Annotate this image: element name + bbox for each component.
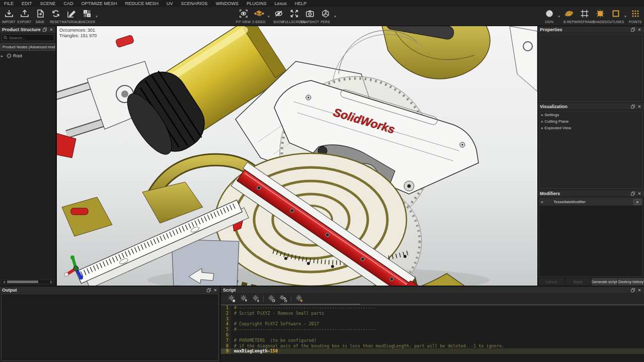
menu-plugins[interactable]: PLUGINS	[243, 0, 271, 7]
expand-arrow-icon: ▸	[541, 126, 543, 130]
two-sided-button[interactable]: 2-SIDED	[251, 7, 267, 26]
horizontal-scrollbar[interactable]	[1, 280, 54, 284]
close-icon[interactable]: ×	[49, 27, 54, 32]
save-script-button[interactable]	[226, 294, 237, 303]
perspective-button[interactable]: PR PERS	[317, 7, 333, 26]
scrollbar-thumb[interactable]	[7, 281, 38, 283]
node-cube-icon	[7, 53, 12, 58]
save-button[interactable]: SAVE	[32, 7, 48, 26]
checker-icon: 1234	[83, 9, 92, 19]
svg-text:4: 4	[88, 14, 90, 17]
materials-button[interactable]: MATERIALS	[63, 7, 79, 26]
script-editor[interactable]: 1#--------------------------------------…	[221, 305, 644, 362]
menu-windows[interactable]: WINDOWS	[212, 0, 243, 7]
sphere-icon	[545, 9, 554, 19]
tree-node-root[interactable]: ▸ Root	[0, 52, 56, 60]
drag-handle[interactable]: ⋮⋮	[222, 298, 225, 300]
popout-icon[interactable]	[630, 288, 635, 293]
viz-settings-item[interactable]: ▸ Settings	[539, 112, 642, 118]
close-icon[interactable]: ×	[637, 104, 642, 109]
render-quality-button[interactable]: 100%	[541, 7, 557, 26]
search-icon	[4, 36, 8, 40]
menu-scene[interactable]: SCENE	[36, 0, 60, 7]
viz-cutting-plane-item[interactable]: ▸ Cutting Plane	[539, 118, 642, 125]
svg-text:P: P	[324, 14, 326, 17]
output-title: Output	[2, 288, 17, 293]
generate-script-button[interactable]: Generate script	[591, 278, 618, 286]
show-hide-icon	[274, 9, 283, 19]
import-button[interactable]: IMPORT	[1, 7, 17, 26]
code-line: 2# Script PiXYZ - Remove Small parts	[221, 311, 644, 316]
scroll-left-arrow[interactable]	[2, 280, 6, 284]
new-script-button[interactable]	[293, 294, 304, 303]
popout-icon[interactable]	[206, 288, 211, 293]
checker-dropdown-caret[interactable]: ▾	[95, 7, 99, 26]
checker-button[interactable]: 1234 CHECKER	[79, 7, 95, 26]
svg-text:1: 1	[85, 11, 86, 14]
expand-arrow-icon[interactable]: ▸	[541, 200, 545, 204]
points-button[interactable]: POINTS	[627, 7, 643, 26]
shaded-button[interactable]: SHADED	[592, 7, 608, 26]
menu-cad[interactable]: CAD	[60, 0, 77, 7]
code-line: 8# if the diagonal axis of the bouding b…	[221, 343, 644, 349]
properties-title: Properties	[540, 27, 562, 32]
wireframe-button[interactable]: WIREFRAME	[577, 7, 592, 26]
properties-content	[539, 34, 643, 102]
menu-lexus[interactable]: Lexus	[271, 0, 291, 7]
close-icon[interactable]: ×	[637, 288, 642, 293]
import-icon	[5, 9, 14, 19]
two-sided-dropdown-caret[interactable]: ▾	[267, 7, 271, 26]
tessellate-modifier-row[interactable]: ▸ TessellateModifier ×	[539, 198, 642, 206]
export-button[interactable]: EXPORT	[17, 7, 32, 26]
close-icon[interactable]: ×	[213, 288, 218, 293]
menu-uv[interactable]: UV	[163, 0, 177, 7]
gear-up-icon	[240, 295, 248, 302]
gear-run-icon	[268, 295, 275, 302]
destroy-history-button[interactable]: Destroy history	[617, 278, 644, 286]
outlines-button[interactable]: OUTLINES	[608, 7, 623, 26]
menu-edit[interactable]: EDIT	[18, 0, 36, 7]
close-icon[interactable]: ×	[637, 191, 642, 196]
expand-arrow-icon: ▸	[541, 113, 543, 117]
modifier-actions: Cancel Apply Generate script Destroy his…	[538, 278, 644, 286]
menu-help[interactable]: HELP	[291, 0, 311, 7]
fit-view-button[interactable]: FIT VIEW	[235, 7, 251, 26]
scroll-right-arrow[interactable]	[49, 280, 53, 284]
outlines-dropdown-caret[interactable]: ▾	[623, 7, 627, 26]
run-all-scripts-button[interactable]	[278, 294, 289, 303]
search-box[interactable]	[2, 34, 54, 41]
script-panel: Script × ⋮⋮ assign.py* assignFBX.py* PiX…	[221, 287, 644, 362]
popout-icon[interactable]	[42, 27, 47, 32]
search-input[interactable]	[9, 36, 52, 40]
viz-exploded-view-item[interactable]: ▸ Exploded View	[539, 125, 642, 131]
code-line: 4# Copyright PiXYZ Software - 2017	[221, 321, 644, 327]
open-script-button[interactable]	[238, 294, 249, 303]
popout-icon[interactable]	[630, 27, 635, 32]
close-icon[interactable]: ×	[637, 27, 642, 32]
popout-icon[interactable]	[630, 104, 635, 109]
menu-scenarios[interactable]: SCENARIOS	[177, 0, 212, 7]
fullscreen-button[interactable]: FULLSCREEN	[286, 7, 302, 26]
product-structure-header: Product Structure ×	[0, 26, 56, 33]
popout-icon[interactable]	[630, 191, 635, 196]
properties-header: Properties ×	[538, 26, 644, 33]
apply-button[interactable]: Apply	[565, 278, 591, 286]
run-script-button[interactable]	[266, 294, 277, 303]
3d-viewport[interactable]: Occurrences: 301 Triangles: 151 970	[57, 26, 537, 286]
perspective-dropdown-caret[interactable]: ▾	[333, 7, 337, 26]
expand-arrow-icon[interactable]: ▸	[1, 54, 5, 58]
code-line: 6	[221, 332, 644, 338]
import-script-button[interactable]	[250, 294, 261, 303]
output-console[interactable]	[1, 294, 219, 361]
reset-button[interactable]: RESET	[48, 7, 63, 26]
menu-file[interactable]: FILE	[0, 0, 18, 7]
export-icon	[20, 9, 29, 19]
two-sided-icon	[254, 9, 264, 19]
menu-optimize-mesh[interactable]: OPTIMIZE MESH	[77, 0, 121, 7]
menu-reduce-mesh[interactable]: REDUCE MESH	[121, 0, 163, 7]
code-line: 7# PARAMETERS (to be configured)	[221, 338, 644, 343]
render-quality-caret[interactable]: ▾	[557, 7, 561, 26]
cancel-button[interactable]: Cancel	[538, 278, 565, 286]
remove-modifier-button[interactable]: ×	[633, 199, 641, 205]
snapshot-button[interactable]: SNAPSHOT	[302, 7, 317, 26]
